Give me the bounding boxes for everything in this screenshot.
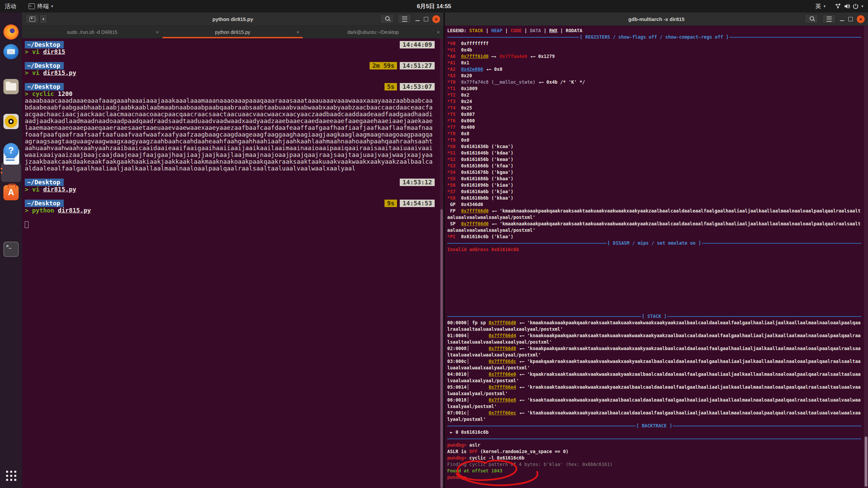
pwndbg-line: *S8 0x61616b6b ('kkaa') <box>447 195 861 201</box>
maximize-button[interactable] <box>424 17 428 21</box>
scrollbar[interactable] <box>864 26 868 488</box>
scrollbar[interactable] <box>440 38 443 488</box>
new-tab-button[interactable] <box>25 14 39 24</box>
duration-badge: 9s <box>384 200 397 207</box>
menu-button[interactable] <box>398 14 411 24</box>
pwndbg-segment: *S3 <box>447 163 455 168</box>
pwndbg-line: *T8 0x8 <box>447 130 861 137</box>
command-segment: > <box>25 48 32 55</box>
pwndbg-line: *A1 0x1 <box>447 60 861 66</box>
pwndbg-segment: *V1 <box>447 47 455 53</box>
command-segment: python <box>32 207 58 214</box>
dock-item-rhythmbox[interactable] <box>3 114 19 129</box>
pwndbg-line: *V1 0x4b <box>447 47 861 53</box>
pwndbg-segment: 0x6161666b ('kfaa') <box>455 163 513 168</box>
pwndbg-segment: *T3 <box>447 99 455 104</box>
pwndbg-segment: 0x6161656b ('keaa') <box>455 157 513 162</box>
menu-button[interactable] <box>822 14 836 24</box>
pwndbg-segment: 0x7fff66ec <box>489 410 516 415</box>
system-tray[interactable]: ▾ <box>830 0 868 13</box>
command-segment: vi <box>32 48 43 55</box>
tab-label: dark@ubuntu:~/Desktop <box>348 29 399 35</box>
pwndbg-segment: Invalid address 0x61616c6b <box>447 247 519 252</box>
tab-python-dir815[interactable]: python dir815.py × <box>162 26 303 38</box>
pwndbg-segment: 0x61616b6b ('kkaa') <box>455 195 513 201</box>
spacer <box>25 76 435 83</box>
duration-badge: 2m 59s <box>370 62 397 69</box>
tab-label: sudo ./run.sh -d DIR815 <box>67 29 117 35</box>
window-title: python dir815.py <box>212 16 253 22</box>
close-button[interactable]: × <box>432 15 440 23</box>
tab-close-icon[interactable]: × <box>437 29 440 35</box>
maximize-button[interactable] <box>848 17 853 21</box>
volume-icon <box>844 3 850 9</box>
tab-close-icon[interactable]: × <box>156 29 159 35</box>
terminal-content-right[interactable]: LEGEND: STACK | HEAP | CODE | DATA | RWX… <box>445 26 868 488</box>
dock-item-terminal[interactable] <box>3 242 19 257</box>
left-headerbar[interactable]: ▾ python dir815.py × <box>22 13 443 26</box>
pwndbg-segment: cyclic -l 0x61616c6b <box>469 455 525 461</box>
pwndbg-line: *T6 0x800 <box>447 118 861 124</box>
search-button[interactable] <box>380 14 394 24</box>
pwndbg-line: *S7 0x61616a6b ('kjaa') <box>447 188 861 195</box>
dock-item-thunderbird[interactable] <box>3 44 19 59</box>
minimize-button[interactable] <box>840 20 844 21</box>
input-method-indicator[interactable]: 英 ▾ <box>811 0 830 13</box>
activities-button[interactable]: 活动 <box>0 0 21 13</box>
pwndbg-segment: Found at offset 1043 <box>447 468 502 473</box>
pwndbg-segment: 07:001c│ <box>447 410 489 415</box>
pwndbg-segment: *T4 <box>447 105 455 110</box>
pwndbg-segment: *S5 <box>447 176 455 181</box>
cwd-chip: ~/Desktop <box>25 83 64 90</box>
dock-item-firefox[interactable] <box>3 24 19 40</box>
pwndbg-segment: pwndbg> <box>447 474 469 480</box>
chevron-down-icon: ▾ <box>42 17 44 21</box>
pwndbg-segment: 00:0000│ fp sp <box>447 320 489 325</box>
tab-sudo-run-sh[interactable]: sudo ./run.sh -d DIR815 × <box>22 26 162 38</box>
pwndbg-segment: 0x800 <box>455 118 475 123</box>
spacer <box>25 214 435 221</box>
pwndbg-segment: | <box>557 28 566 33</box>
close-button[interactable]: × <box>857 15 865 23</box>
prompt-badges: 9s14:54:53 <box>384 200 435 207</box>
pwndbg-segment: 0x24 <box>455 99 472 104</box>
tab-dark-ubuntu-desktop[interactable]: dark@ubuntu:~/Desktop × <box>303 26 443 38</box>
pwndbg-segment: 06:0018│ <box>447 397 489 403</box>
pwndbg-segment: ◂— <box>516 384 527 390</box>
right-headerbar[interactable]: gdb-multiarch -x dir815 × <box>445 13 868 26</box>
pwndbg-segment: 0x6161686b ('khaa') <box>455 176 513 181</box>
pwndbg-segment: 0x0 <box>455 137 469 143</box>
pwndbg-line: pwndbg> <box>447 474 861 481</box>
command-segment: > <box>25 90 32 97</box>
pwndbg-segment: 0 0x61616c6b <box>455 429 489 435</box>
tab-close-icon[interactable]: × <box>296 29 299 35</box>
pwndbg-line: ASLR is OFF (kernel.randomize_va_space =… <box>447 448 861 455</box>
pwndbg-segment: *T5 <box>447 111 455 117</box>
pwndbg-line: *T1 0x1009 <box>447 85 861 92</box>
pwndbg-line: Finding cyclic pattern of 4 bytes: b'kla… <box>447 461 861 468</box>
search-button[interactable] <box>805 14 818 24</box>
app-menu[interactable]: 终端 ▾ <box>24 0 58 13</box>
spacer <box>25 193 435 200</box>
dock-item-help[interactable]: ? <box>3 143 19 158</box>
pwndbg-segment: ► <box>447 429 455 435</box>
show-applications-button[interactable] <box>6 471 16 481</box>
terminal-content-left[interactable]: ~/Desktop14:44:09> vi dir815~/Desktop2m … <box>22 38 443 488</box>
clock[interactable]: 6月5日 14:55 <box>417 2 451 10</box>
dock-item-ubuntu-software[interactable] <box>3 185 19 200</box>
pwndbg-segment: *PC <box>447 234 455 239</box>
pwndbg-line: 02:0008│ 0x7fff66d8 ◂— 'koaakpaakqaakraa… <box>447 345 861 358</box>
dock-item-files[interactable] <box>3 79 19 94</box>
pwndbg-segment: *V0 <box>447 41 455 46</box>
pwndbg-segment: ◂— <box>516 371 527 377</box>
pwndbg-segment <box>455 208 461 214</box>
pwndbg-line: *A0 0x7fff61d0 —▸ 0x77faa4e0 ◂— 0x1279 <box>447 53 861 60</box>
pwndbg-line: LEGEND: STACK | HEAP | CODE | DATA | RWX… <box>447 27 861 34</box>
pwndbg-line: *T4 0x25 <box>447 105 861 111</box>
pwndbg-segment: 0x6161646b ('kdaa') <box>455 150 513 156</box>
pwndbg-segment: 0x7fff66d0 <box>489 320 516 325</box>
prompt-badges: 14:44:09 <box>400 41 435 48</box>
minimize-button[interactable] <box>415 20 420 21</box>
pwndbg-line: 05:0014│ 0x7fff66e4 ◂— 'kraaksaaktaakuaa… <box>447 384 861 397</box>
new-tab-dropdown[interactable]: ▾ <box>39 14 47 24</box>
